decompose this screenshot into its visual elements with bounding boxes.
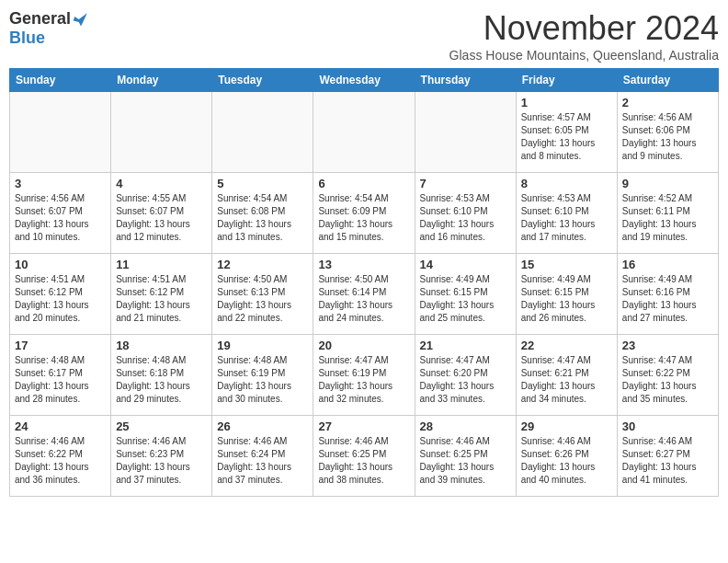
day-number: 26 xyxy=(217,419,308,433)
calendar-cell: 1Sunrise: 4:57 AM Sunset: 6:05 PM Daylig… xyxy=(516,92,617,173)
calendar-cell: 24Sunrise: 4:46 AM Sunset: 6:22 PM Dayli… xyxy=(10,416,111,497)
day-info: Sunrise: 4:46 AM Sunset: 6:25 PM Dayligh… xyxy=(318,435,409,487)
calendar-cell: 5Sunrise: 4:54 AM Sunset: 6:08 PM Daylig… xyxy=(212,173,313,254)
day-number: 28 xyxy=(420,419,511,433)
day-number: 24 xyxy=(15,419,106,433)
day-number: 16 xyxy=(622,258,713,271)
calendar-cell: 3Sunrise: 4:56 AM Sunset: 6:07 PM Daylig… xyxy=(10,173,111,254)
calendar-header-sunday: Sunday xyxy=(10,69,111,92)
day-info: Sunrise: 4:47 AM Sunset: 6:20 PM Dayligh… xyxy=(420,354,511,406)
logo-bird-icon xyxy=(73,11,89,28)
logo: General Blue xyxy=(9,9,89,48)
day-number: 25 xyxy=(116,419,207,433)
page-header: General Blue November 2024 Glass House M… xyxy=(9,9,719,63)
day-info: Sunrise: 4:53 AM Sunset: 6:10 PM Dayligh… xyxy=(420,192,511,244)
calendar-table: SundayMondayTuesdayWednesdayThursdayFrid… xyxy=(9,68,719,497)
calendar-cell: 11Sunrise: 4:51 AM Sunset: 6:12 PM Dayli… xyxy=(111,254,212,335)
calendar-week-row: 24Sunrise: 4:46 AM Sunset: 6:22 PM Dayli… xyxy=(10,416,719,497)
day-number: 6 xyxy=(318,177,409,190)
day-info: Sunrise: 4:46 AM Sunset: 6:23 PM Dayligh… xyxy=(116,435,207,487)
calendar-header-tuesday: Tuesday xyxy=(212,69,313,92)
calendar-cell: 2Sunrise: 4:56 AM Sunset: 6:06 PM Daylig… xyxy=(617,92,718,173)
calendar-cell xyxy=(111,92,212,173)
day-number: 21 xyxy=(420,339,511,352)
month-title: November 2024 xyxy=(449,9,719,48)
day-info: Sunrise: 4:54 AM Sunset: 6:09 PM Dayligh… xyxy=(318,192,409,244)
calendar-header-row: SundayMondayTuesdayWednesdayThursdayFrid… xyxy=(10,69,719,92)
day-info: Sunrise: 4:48 AM Sunset: 6:19 PM Dayligh… xyxy=(217,354,308,406)
day-info: Sunrise: 4:53 AM Sunset: 6:10 PM Dayligh… xyxy=(521,192,612,244)
day-number: 30 xyxy=(622,419,713,433)
calendar-cell: 29Sunrise: 4:46 AM Sunset: 6:26 PM Dayli… xyxy=(516,416,617,497)
day-info: Sunrise: 4:46 AM Sunset: 6:22 PM Dayligh… xyxy=(15,435,106,487)
location-text: Glass House Mountains, Queensland, Austr… xyxy=(449,48,719,63)
calendar-cell: 19Sunrise: 4:48 AM Sunset: 6:19 PM Dayli… xyxy=(212,335,313,416)
day-info: Sunrise: 4:57 AM Sunset: 6:05 PM Dayligh… xyxy=(521,111,612,163)
calendar-cell: 23Sunrise: 4:47 AM Sunset: 6:22 PM Dayli… xyxy=(617,335,718,416)
calendar-cell: 9Sunrise: 4:52 AM Sunset: 6:11 PM Daylig… xyxy=(617,173,718,254)
day-info: Sunrise: 4:55 AM Sunset: 6:07 PM Dayligh… xyxy=(116,192,207,244)
day-number: 15 xyxy=(521,258,612,271)
day-number: 27 xyxy=(318,419,409,433)
calendar-cell: 16Sunrise: 4:49 AM Sunset: 6:16 PM Dayli… xyxy=(617,254,718,335)
day-info: Sunrise: 4:48 AM Sunset: 6:18 PM Dayligh… xyxy=(116,354,207,406)
day-number: 9 xyxy=(622,177,713,190)
day-info: Sunrise: 4:46 AM Sunset: 6:27 PM Dayligh… xyxy=(622,435,713,487)
calendar-cell: 12Sunrise: 4:50 AM Sunset: 6:13 PM Dayli… xyxy=(212,254,313,335)
day-info: Sunrise: 4:46 AM Sunset: 6:25 PM Dayligh… xyxy=(420,435,511,487)
calendar-cell: 25Sunrise: 4:46 AM Sunset: 6:23 PM Dayli… xyxy=(111,416,212,497)
calendar-cell: 30Sunrise: 4:46 AM Sunset: 6:27 PM Dayli… xyxy=(617,416,718,497)
day-number: 17 xyxy=(15,339,106,352)
day-info: Sunrise: 4:51 AM Sunset: 6:12 PM Dayligh… xyxy=(116,273,207,325)
calendar-cell: 28Sunrise: 4:46 AM Sunset: 6:25 PM Dayli… xyxy=(415,416,516,497)
calendar-cell: 6Sunrise: 4:54 AM Sunset: 6:09 PM Daylig… xyxy=(313,173,415,254)
calendar-week-row: 10Sunrise: 4:51 AM Sunset: 6:12 PM Dayli… xyxy=(10,254,719,335)
day-number: 18 xyxy=(116,339,207,352)
calendar-cell: 18Sunrise: 4:48 AM Sunset: 6:18 PM Dayli… xyxy=(111,335,212,416)
day-info: Sunrise: 4:56 AM Sunset: 6:07 PM Dayligh… xyxy=(15,192,106,244)
calendar-cell xyxy=(10,92,111,173)
day-number: 3 xyxy=(15,177,106,190)
calendar-cell xyxy=(212,92,313,173)
day-info: Sunrise: 4:56 AM Sunset: 6:06 PM Dayligh… xyxy=(622,111,713,163)
calendar-header-monday: Monday xyxy=(111,69,212,92)
day-number: 19 xyxy=(217,339,308,352)
day-info: Sunrise: 4:47 AM Sunset: 6:21 PM Dayligh… xyxy=(521,354,612,406)
calendar-cell xyxy=(415,92,516,173)
day-info: Sunrise: 4:46 AM Sunset: 6:24 PM Dayligh… xyxy=(217,435,308,487)
day-info: Sunrise: 4:48 AM Sunset: 6:17 PM Dayligh… xyxy=(15,354,106,406)
day-number: 14 xyxy=(420,258,511,271)
day-info: Sunrise: 4:52 AM Sunset: 6:11 PM Dayligh… xyxy=(622,192,713,244)
calendar-header-thursday: Thursday xyxy=(415,69,516,92)
day-info: Sunrise: 4:46 AM Sunset: 6:26 PM Dayligh… xyxy=(521,435,612,487)
calendar-cell: 4Sunrise: 4:55 AM Sunset: 6:07 PM Daylig… xyxy=(111,173,212,254)
calendar-week-row: 3Sunrise: 4:56 AM Sunset: 6:07 PM Daylig… xyxy=(10,173,719,254)
day-number: 13 xyxy=(318,258,409,271)
day-number: 5 xyxy=(217,177,308,190)
calendar-week-row: 1Sunrise: 4:57 AM Sunset: 6:05 PM Daylig… xyxy=(10,92,719,173)
calendar-cell: 20Sunrise: 4:47 AM Sunset: 6:19 PM Dayli… xyxy=(313,335,415,416)
day-info: Sunrise: 4:54 AM Sunset: 6:08 PM Dayligh… xyxy=(217,192,308,244)
calendar-header-friday: Friday xyxy=(516,69,617,92)
day-info: Sunrise: 4:47 AM Sunset: 6:22 PM Dayligh… xyxy=(622,354,713,406)
calendar-cell: 7Sunrise: 4:53 AM Sunset: 6:10 PM Daylig… xyxy=(415,173,516,254)
day-number: 22 xyxy=(521,339,612,352)
day-number: 1 xyxy=(521,96,612,109)
calendar-cell: 8Sunrise: 4:53 AM Sunset: 6:10 PM Daylig… xyxy=(516,173,617,254)
day-number: 4 xyxy=(116,177,207,190)
calendar-cell: 27Sunrise: 4:46 AM Sunset: 6:25 PM Dayli… xyxy=(313,416,415,497)
day-number: 11 xyxy=(116,258,207,271)
day-number: 23 xyxy=(622,339,713,352)
day-info: Sunrise: 4:50 AM Sunset: 6:13 PM Dayligh… xyxy=(217,273,308,325)
calendar-week-row: 17Sunrise: 4:48 AM Sunset: 6:17 PM Dayli… xyxy=(10,335,719,416)
day-info: Sunrise: 4:49 AM Sunset: 6:15 PM Dayligh… xyxy=(521,273,612,325)
day-number: 7 xyxy=(420,177,511,190)
calendar-header-saturday: Saturday xyxy=(617,69,718,92)
day-number: 12 xyxy=(217,258,308,271)
day-info: Sunrise: 4:49 AM Sunset: 6:15 PM Dayligh… xyxy=(420,273,511,325)
day-number: 8 xyxy=(521,177,612,190)
calendar-cell: 13Sunrise: 4:50 AM Sunset: 6:14 PM Dayli… xyxy=(313,254,415,335)
day-info: Sunrise: 4:50 AM Sunset: 6:14 PM Dayligh… xyxy=(318,273,409,325)
calendar-cell: 14Sunrise: 4:49 AM Sunset: 6:15 PM Dayli… xyxy=(415,254,516,335)
day-number: 20 xyxy=(318,339,409,352)
